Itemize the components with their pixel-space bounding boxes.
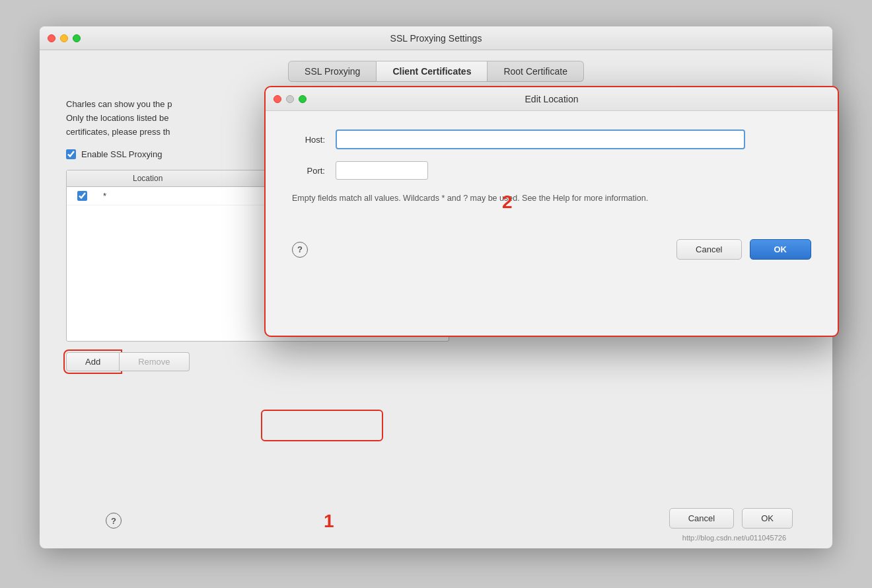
close-button[interactable]: [48, 34, 55, 42]
location-value: *: [103, 191, 106, 201]
minimize-button[interactable]: [60, 34, 68, 42]
dialog-minimize-button[interactable]: [286, 95, 294, 103]
tab-client-certificates[interactable]: Client Certificates: [377, 61, 488, 82]
tab-ssl-proxying[interactable]: SSL Proxying: [288, 61, 377, 82]
add-button[interactable]: Add: [66, 352, 120, 371]
dialog-controls: [273, 95, 307, 103]
dialog-title-bar: Edit Location: [266, 87, 838, 111]
port-input[interactable]: [336, 161, 428, 180]
host-input[interactable]: [336, 129, 745, 149]
dialog-close-button[interactable]: [273, 95, 281, 103]
window-title: SSL Proxying Settings: [390, 33, 482, 44]
dialog-action-buttons: Cancel OK: [676, 239, 811, 260]
add-button-highlight: [261, 410, 383, 441]
location-row-checkbox[interactable]: [77, 191, 87, 201]
tab-bar: SSL Proxying Client Certificates Root Ce…: [40, 50, 832, 82]
host-row: Host:: [292, 129, 811, 149]
dialog-help-button[interactable]: ?: [292, 242, 308, 258]
edit-location-dialog: Edit Location Host: Port: Empty fields m…: [264, 86, 839, 337]
dialog-bottom: ? Cancel OK: [266, 239, 838, 260]
enable-ssl-checkbox[interactable]: [66, 149, 76, 159]
title-bar: SSL Proxying Settings: [40, 26, 832, 50]
enable-ssl-label: Enable SSL Proxying: [81, 149, 162, 159]
port-row: Port:: [292, 161, 811, 180]
window-controls: [48, 34, 81, 42]
main-cancel-button[interactable]: Cancel: [669, 508, 734, 529]
dialog-maximize-button[interactable]: [299, 95, 307, 103]
watermark: http://blog.csdn.net/u011045726: [682, 534, 786, 542]
dialog-content: Host: Port: Empty fields match all value…: [266, 111, 838, 239]
hint-text: Empty fields match all values. Wildcards…: [292, 192, 794, 205]
table-action-buttons: Add Remove: [66, 352, 806, 371]
main-help-button[interactable]: ?: [106, 513, 122, 529]
tab-root-certificate[interactable]: Root Certificate: [488, 61, 583, 82]
step1-label: 1: [324, 511, 334, 532]
dialog-title: Edit Location: [525, 94, 579, 104]
remove-button[interactable]: Remove: [120, 352, 189, 371]
dialog-ok-button[interactable]: OK: [750, 239, 812, 260]
step2-label: 2: [502, 192, 513, 213]
main-bottom-buttons: Cancel OK: [669, 508, 793, 529]
host-label: Host:: [292, 135, 325, 145]
dialog-cancel-button[interactable]: Cancel: [676, 239, 741, 260]
maximize-button[interactable]: [73, 34, 81, 42]
port-label: Port:: [292, 166, 325, 176]
main-ok-button[interactable]: OK: [742, 508, 793, 529]
